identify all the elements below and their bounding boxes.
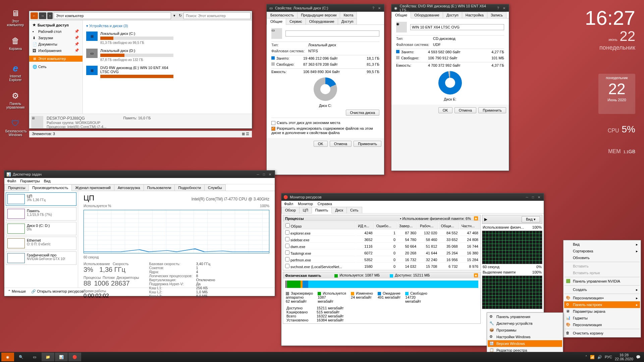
sidebar-thispc[interactable]: 🖥Этот компьютер [29, 56, 83, 62]
menu-item[interactable]: 🔧Диспетчер устройств [488, 320, 562, 327]
forward-button[interactable]: → [39, 12, 46, 19]
tab-config[interactable]: Настройка [462, 12, 487, 18]
titlebar[interactable]: ▭Свойства: Локальный диск (C:)?✕ [267, 4, 384, 12]
tab-performance[interactable]: Производительность [29, 184, 72, 191]
resmon-taskbar[interactable]: 🔴 [68, 353, 81, 361]
col-image[interactable]: Образ [284, 222, 356, 229]
dropdown-icon[interactable]: ▾ [172, 13, 177, 18]
tray-up-icon[interactable]: ˄ [585, 355, 587, 359]
col-commit[interactable]: Завер... [397, 222, 418, 229]
taskview-button[interactable]: ▭ [28, 353, 41, 361]
tab-apphistory[interactable]: Журнал приложений [71, 184, 114, 191]
tab-users[interactable]: Пользователи [144, 184, 175, 191]
panel-header[interactable]: Процессы▪ Использование физической памят… [283, 215, 480, 222]
sidebar-pictures[interactable]: 🖼Изображения📌 [29, 47, 83, 54]
close-button[interactable]: ✕ [267, 172, 273, 177]
tab-security[interactable]: Безопасность [267, 12, 298, 18]
back-button[interactable]: ← [31, 12, 38, 19]
sidebar-downloads[interactable]: ⬇Загрузки📌 [29, 35, 83, 41]
max-button[interactable]: □ [530, 195, 536, 199]
table-row[interactable]: sidebar.exe3652054 78058 46033 65224 808 [284, 237, 480, 243]
open-resmon-link[interactable]: 🔗 Открыть монитор ресурсов [31, 289, 84, 294]
close-button[interactable]: ✕ [501, 6, 507, 10]
menu-item[interactable]: ⚙Настройки Windows [488, 334, 562, 340]
compress-checkbox[interactable] [271, 121, 275, 125]
tab-quota[interactable]: Квота [340, 12, 357, 18]
tab-general[interactable]: Общие [267, 18, 286, 25]
taskmgr-taskbar[interactable]: 📊 [55, 353, 68, 361]
menu-item[interactable]: ⚙Панель настроек▸ [564, 301, 640, 308]
tab-hw[interactable]: Оборудование [411, 12, 443, 18]
tab-general[interactable]: Общие [391, 12, 411, 18]
menu-item[interactable]: ⚙Панель управления [488, 313, 562, 320]
cancel-button[interactable]: Отмена [330, 141, 352, 147]
perf-card-disk[interactable]: Диск 0 (C: D:)0% [6, 222, 76, 235]
search-button[interactable]: 🔍 [15, 353, 28, 361]
perf-card-eth[interactable]: EthernetО: 0 П: 0 кбит/с [6, 237, 76, 250]
network-tray-icon[interactable]: 📶 [590, 355, 595, 359]
min-button[interactable]: ─ [524, 195, 530, 199]
menu-file[interactable]: Файл [7, 179, 16, 183]
tab-tools[interactable]: Сервис [286, 18, 306, 24]
min-button[interactable]: ─ [255, 172, 261, 177]
desktop-icon-ie[interactable]: eInternet Explorer [5, 63, 25, 82]
menu-item[interactable]: Вставить ярлык [564, 269, 640, 276]
titlebar[interactable]: ◉Свойства: DVD RW дисковод (E:) WIN 10 E… [391, 4, 509, 12]
index-checkbox[interactable] [271, 127, 275, 131]
tab-network[interactable]: Сеть [346, 207, 362, 213]
menu-item[interactable]: Создать▸ [564, 286, 640, 293]
desktop-icon-thispc[interactable]: 🖥Этот компьютер [5, 8, 25, 27]
close-button[interactable]: ✕ [377, 6, 382, 10]
desktop-icon-recycle[interactable]: 🗑Корзина [5, 36, 25, 51]
drive-c[interactable]: ⊞ Локальный диск (C:) 81,3 ГБ свободно и… [86, 29, 173, 47]
max-button[interactable]: □ [261, 172, 267, 177]
menu-monitor[interactable]: Монитор [298, 202, 313, 206]
sidebar-network[interactable]: 🌐Сеть [29, 64, 83, 70]
menu-item[interactable]: 🎨Персонализация [564, 321, 640, 328]
close-button[interactable]: ✕ [536, 195, 542, 199]
sidebar-desktop[interactable]: ▪Рабочий стол📌 [29, 28, 83, 35]
select-all-checkbox[interactable] [285, 223, 290, 228]
drive-e[interactable]: ⊞ DVD RW дисковод (E:) WIN 10 ENT X64 LT… [86, 64, 173, 81]
titlebar[interactable]: 📊Диспетчер задач─□✕ [4, 171, 275, 178]
col-faults[interactable]: Ошибо... [375, 222, 397, 229]
menu-item[interactable]: 📦Программы [488, 327, 562, 334]
refresh-icon[interactable]: ↻ [178, 13, 182, 18]
tab-overview[interactable]: Обзор [281, 207, 300, 213]
table-row[interactable]: perfmon.exe5352016 73232 24016 95615 284 [284, 257, 480, 263]
menu-item[interactable]: Обновить [564, 254, 640, 261]
menu-item[interactable]: 🗑Очистить корзину [564, 330, 640, 337]
notifications-icon[interactable]: 💬 [636, 355, 641, 359]
apply-button[interactable]: Применить [478, 107, 506, 113]
up-button[interactable]: ↑ [47, 12, 53, 19]
tab-cpu[interactable]: ЦП [299, 207, 312, 213]
help-button[interactable]: ? [495, 6, 501, 10]
menu-view[interactable]: Вид [44, 179, 51, 183]
menu-item[interactable]: 🪟Версия Windows [488, 340, 562, 347]
clock-tray[interactable]: 16:28 22.06.2020 [615, 353, 633, 361]
view-icons[interactable]: ⊞ ☰ [242, 132, 249, 137]
col-pid[interactable]: ИД п... [356, 222, 374, 229]
perf-card-mem[interactable]: Память1,1/15,9 ГБ (7%) [6, 207, 76, 221]
table-row[interactable]: dwm.exe1116050 66451 81235 06816 744 [284, 243, 480, 249]
cancel-button[interactable]: Отмена [454, 107, 476, 113]
menu-file[interactable]: Файл [284, 202, 293, 206]
search-input[interactable] [183, 12, 251, 19]
menu-item[interactable]: 🟩Панель управления NVIDIA [564, 278, 640, 285]
help-button[interactable]: ? [371, 6, 376, 10]
sidebar-quick[interactable]: ★ Быстрый доступ [29, 22, 83, 28]
fewer-details-link[interactable]: ⌃ Меньше [8, 289, 26, 294]
collapse-icon[interactable]: 🔼 [474, 273, 478, 278]
tab-hardware[interactable]: Оборудование [306, 18, 338, 24]
views-button[interactable]: Вид ▾ [522, 216, 540, 223]
volume-label-input[interactable] [285, 31, 379, 37]
drives-group-header[interactable]: ▾ Устройства и диски (3) [86, 22, 249, 29]
tab-prev[interactable]: Предыдущие версии [297, 12, 340, 18]
tab-sharing[interactable]: Доступ [443, 12, 462, 18]
menu-item[interactable]: Сортировка▸ [564, 248, 640, 254]
menu-item[interactable]: Вставить [564, 263, 640, 269]
ok-button[interactable]: OK [438, 107, 452, 113]
expand-icon[interactable]: ▶ [484, 217, 487, 222]
perf-card-gpu[interactable]: Графический проNVIDIA GeForce GTX 10! [6, 251, 76, 265]
volume-label-input[interactable] [410, 24, 504, 30]
